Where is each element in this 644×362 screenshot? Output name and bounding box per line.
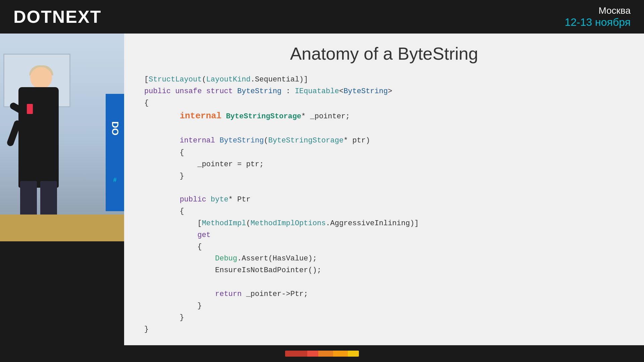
slide-title: Anatomy of a ByteString xyxy=(144,44,624,64)
stage-floor xyxy=(0,215,124,241)
code-line-12: { xyxy=(144,205,624,217)
progress-segment-4 xyxy=(333,351,348,357)
code-line-6: internal ByteString(ByteStringStorage* p… xyxy=(144,135,624,146)
bottom-bar xyxy=(0,345,644,362)
code-line-1: [StructLayout(LayoutKind.Sequential)] xyxy=(144,74,624,85)
code-line-9: } xyxy=(144,170,624,182)
code-line-5 xyxy=(144,123,624,135)
progress-bar xyxy=(285,351,359,357)
code-line-15: { xyxy=(144,241,624,253)
presenter-panel: DO # xyxy=(0,34,124,241)
progress-segment-5 xyxy=(348,351,359,357)
event-info: Москва 12-13 ноября xyxy=(565,5,631,28)
code-line-19: return _pointer->Ptr; xyxy=(144,288,624,300)
event-city: Москва xyxy=(565,5,631,16)
slide-panel: Anatomy of a ByteString [StructLayout(La… xyxy=(124,34,644,362)
code-line-17: EnsureIsNotBadPointer(); xyxy=(144,264,624,276)
header: DOTNEXT Москва 12-13 ноября xyxy=(0,0,644,34)
code-line-10 xyxy=(144,182,624,194)
code-line-7: { xyxy=(144,147,624,159)
progress-segment-3 xyxy=(318,351,333,357)
presenter-head xyxy=(30,67,52,89)
banner-hashtag: # xyxy=(113,177,116,184)
code-line-20: } xyxy=(144,300,624,312)
progress-segment-2 xyxy=(307,351,318,357)
code-block: [StructLayout(LayoutKind.Sequential)] pu… xyxy=(144,74,624,336)
brand-banner: DO # xyxy=(106,94,124,211)
code-line-2: public unsafe struct ByteString : IEquat… xyxy=(144,85,624,97)
presenter-background: DO # xyxy=(0,34,124,241)
code-line-14: get xyxy=(144,229,624,241)
presenter-body xyxy=(18,87,59,188)
code-line-4: internal ByteStringStorage* _pointer; xyxy=(144,109,624,123)
code-line-16: Debug.Assert(HasValue); xyxy=(144,253,624,264)
banner-logo-text: DO xyxy=(110,121,120,135)
main-content: DO # Anatomy of a ByteString [StructLayo… xyxy=(0,34,644,362)
code-line-18 xyxy=(144,277,624,288)
code-line-21: } xyxy=(144,312,624,323)
logo: DOTNEXT xyxy=(13,7,101,27)
code-line-13: [MethodImpl(MethodImplOptions.Aggressive… xyxy=(144,218,624,229)
code-line-11: public byte* Ptr xyxy=(144,194,624,205)
code-line-22: } xyxy=(144,323,624,335)
presenter-badge xyxy=(27,104,33,114)
event-date: 12-13 ноября xyxy=(565,16,631,28)
progress-segment-1 xyxy=(285,351,307,357)
code-line-3: { xyxy=(144,97,624,109)
code-line-8: _pointer = ptr; xyxy=(144,159,624,170)
